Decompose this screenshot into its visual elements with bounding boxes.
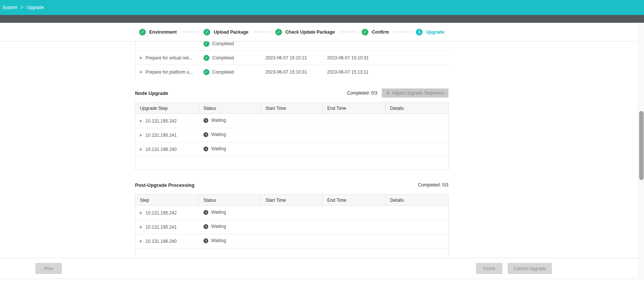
waiting-clock-icon bbox=[203, 210, 208, 215]
step-connector bbox=[253, 32, 270, 32]
adjust-button-label: Adjust Upgrade Sequence bbox=[392, 90, 444, 96]
waiting-clock-icon bbox=[203, 146, 208, 151]
status-text: Waiting bbox=[211, 132, 226, 137]
waiting-clock-icon bbox=[203, 118, 208, 123]
post-upgrade-section-header: Post-Upgrade Processing Completed: 0/3 bbox=[135, 179, 448, 191]
column-header: End Time bbox=[323, 195, 386, 206]
empty-table-row bbox=[135, 157, 449, 170]
breadcrumb-system[interactable]: System bbox=[2, 5, 17, 10]
step-label-environment: Environment bbox=[149, 30, 177, 35]
column-header: Details bbox=[386, 103, 449, 114]
status-text: Completed bbox=[212, 41, 234, 46]
check-circle-icon: ✓ bbox=[362, 29, 368, 35]
status-text: Waiting bbox=[211, 210, 226, 215]
top-navigation-bar: System > Upgrade bbox=[0, 0, 644, 15]
table-row: Prepare for virtual net... ✓ Completed 2… bbox=[135, 51, 449, 65]
completed-count: Completed: 0/3 bbox=[418, 182, 448, 188]
sort-arrows-icon: ⇅ bbox=[386, 90, 390, 96]
step-connector bbox=[181, 32, 199, 32]
check-circle-icon: ✓ bbox=[203, 29, 210, 35]
status-text: Waiting bbox=[211, 118, 226, 123]
end-time: 2023-06-07 15:10:31 bbox=[323, 51, 386, 65]
breadcrumb-separator: > bbox=[21, 5, 23, 10]
step-label-upgrade: Upgrade bbox=[426, 30, 444, 35]
node-upgrade-header-right: Completed: 0/3 ⇅ Adjust Upgrade Sequence bbox=[347, 89, 448, 98]
node-upgrade-section-header: Node Upgrade Completed: 0/3 ⇅ Adjust Upg… bbox=[135, 87, 448, 99]
vertical-scrollbar[interactable] bbox=[638, 23, 644, 279]
expand-caret-icon[interactable] bbox=[140, 71, 142, 74]
step-upload-package: ✓ Upload Package bbox=[203, 29, 248, 35]
row-step-label: 10.131.195.242 bbox=[145, 210, 177, 216]
status-text: Waiting bbox=[211, 224, 226, 229]
column-header: Details bbox=[386, 195, 449, 206]
table-row-partial: ✓ Completed bbox=[135, 41, 449, 51]
footer-right-buttons: Finish Cancel Upgrade bbox=[476, 263, 552, 274]
table-row: 10.131.195.241 Waiting bbox=[135, 128, 449, 142]
completed-count: Completed: 0/3 bbox=[347, 90, 377, 96]
table-row: Prepare for platform u... ✓ Completed 20… bbox=[135, 65, 449, 79]
column-header: Start Time bbox=[261, 195, 323, 206]
step-check-update-package: ✓ Check Update Package bbox=[275, 29, 335, 35]
column-header: Start Time bbox=[261, 103, 323, 114]
row-step-label: 10.131.195.241 bbox=[145, 133, 177, 138]
row-step-label: 10.131.196.240 bbox=[145, 147, 177, 152]
post-upgrade-header-right: Completed: 0/3 bbox=[418, 182, 448, 188]
status-text: Completed bbox=[212, 69, 234, 75]
expand-caret-icon[interactable] bbox=[140, 56, 142, 59]
column-header: Status bbox=[199, 195, 261, 206]
waiting-clock-icon bbox=[203, 224, 208, 229]
breadcrumb-upgrade[interactable]: Upgrade bbox=[27, 5, 44, 10]
cancel-upgrade-button[interactable]: Cancel Upgrade bbox=[508, 263, 552, 274]
column-header: End Time bbox=[323, 103, 386, 114]
table-header-row: Upgrade Step Status Start Time End Time … bbox=[135, 103, 449, 114]
wizard-stepper-bar: ✓ Environment ✓ Upload Package ✓ Check U… bbox=[0, 23, 644, 41]
prepare-steps-table: ✓ Completed Prepare for virtual net... bbox=[135, 41, 448, 79]
table-row: 10.131.196.240 Waiting bbox=[135, 234, 449, 248]
column-header: Status bbox=[199, 103, 261, 114]
finish-button[interactable]: Finish bbox=[476, 263, 502, 274]
expand-caret-icon[interactable] bbox=[140, 134, 142, 137]
completed-check-icon: ✓ bbox=[203, 55, 209, 61]
node-upgrade-table: Upgrade Step Status Start Time End Time … bbox=[135, 102, 449, 170]
expand-caret-icon[interactable] bbox=[140, 240, 142, 243]
expand-caret-icon[interactable] bbox=[140, 211, 142, 214]
status-text: Completed bbox=[212, 55, 234, 61]
status-text: Waiting bbox=[211, 238, 226, 243]
adjust-upgrade-sequence-button[interactable]: ⇅ Adjust Upgrade Sequence bbox=[382, 89, 448, 98]
table-row: 10.131.196.240 Waiting bbox=[135, 142, 449, 157]
step-environment: ✓ Environment bbox=[139, 29, 177, 35]
row-step-label: 10.131.196.240 bbox=[145, 239, 177, 244]
prev-button[interactable]: Prev bbox=[36, 263, 62, 274]
expand-caret-icon[interactable] bbox=[140, 120, 142, 123]
row-step-label: 10.131.195.242 bbox=[145, 118, 177, 124]
expand-caret-icon[interactable] bbox=[140, 148, 142, 151]
column-header: Upgrade Step bbox=[135, 103, 199, 114]
table-row: 10.131.195.241 Waiting bbox=[135, 220, 449, 234]
table-row: 10.131.195.242 Waiting bbox=[135, 206, 449, 220]
waiting-clock-icon bbox=[203, 132, 208, 137]
step-upgrade-current: 5 Upgrade bbox=[416, 29, 444, 35]
main-content: ✓ Completed Prepare for virtual net... bbox=[135, 41, 448, 262]
scrollbar-thumb[interactable] bbox=[639, 111, 644, 180]
step-label-upload-package: Upload Package bbox=[214, 30, 248, 35]
status-text: Waiting bbox=[211, 146, 226, 151]
waiting-clock-icon bbox=[203, 238, 208, 243]
section-title-node-upgrade: Node Upgrade bbox=[135, 90, 168, 96]
secondary-bar bbox=[0, 15, 644, 23]
post-upgrade-table: Step Status Start Time End Time Details … bbox=[135, 194, 449, 262]
table-row: 10.131.195.242 Waiting bbox=[135, 114, 449, 128]
column-header: Step bbox=[135, 195, 199, 206]
row-step-label: 10.131.195.241 bbox=[145, 225, 177, 230]
end-time: 2023-06-07 15:13:11 bbox=[323, 65, 386, 79]
step-label-check-update-package: Check Update Package bbox=[285, 30, 335, 35]
step-connector bbox=[394, 32, 411, 32]
row-step-label: Prepare for virtual net... bbox=[145, 55, 192, 61]
check-circle-icon: ✓ bbox=[275, 29, 282, 35]
breadcrumb: System > Upgrade bbox=[2, 5, 44, 10]
step-number-badge: 5 bbox=[416, 29, 423, 35]
prepare-table-viewport: ✓ Completed Prepare for virtual net... bbox=[135, 41, 448, 79]
step-connector bbox=[340, 32, 357, 32]
start-time: 2023-06-07 15:10:31 bbox=[261, 65, 323, 79]
expand-caret-icon[interactable] bbox=[140, 226, 142, 229]
check-circle-icon: ✓ bbox=[139, 29, 146, 35]
